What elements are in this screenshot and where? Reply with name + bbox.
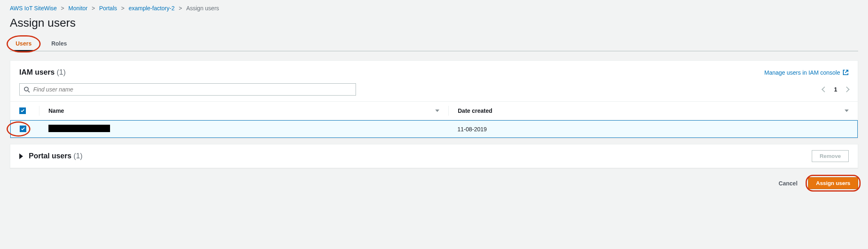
search-input-wrapper[interactable] xyxy=(19,83,356,96)
breadcrumb-link-sitewise[interactable]: AWS IoT SiteWise xyxy=(10,5,57,11)
svg-point-0 xyxy=(24,87,28,91)
link-label: Manage users in IAM console xyxy=(765,69,840,76)
cancel-button[interactable]: Cancel xyxy=(778,180,797,187)
row-select-checkbox[interactable] xyxy=(20,126,26,132)
paginator: 1 xyxy=(822,86,849,93)
page-title: Assign users xyxy=(10,16,858,30)
select-all-checkbox[interactable] xyxy=(19,107,26,114)
redacted-name xyxy=(48,125,110,132)
emphasis-ring-icon xyxy=(7,121,30,137)
breadcrumb: AWS IoT SiteWise > Monitor > Portals > e… xyxy=(10,4,858,16)
portal-users-card: Portal users (1) Remove xyxy=(10,144,858,168)
breadcrumb-link-portals[interactable]: Portals xyxy=(99,5,117,11)
table-row[interactable]: 11-08-2019 xyxy=(10,120,858,138)
page-number: 1 xyxy=(834,86,837,93)
cell-date-created: 11-08-2019 xyxy=(448,124,857,134)
search-icon xyxy=(24,87,30,93)
iam-users-card: IAM users (1) Manage users in IAM consol… xyxy=(10,60,858,138)
column-header-name[interactable]: Name xyxy=(39,106,448,116)
portal-users-toggle[interactable]: Portal users (1) xyxy=(19,152,83,160)
breadcrumb-link-monitor[interactable]: Monitor xyxy=(69,5,88,11)
chevron-right-icon: > xyxy=(61,5,64,11)
assign-users-button[interactable]: Assign users xyxy=(808,177,858,189)
table-header-row: Name Date created xyxy=(10,102,858,120)
column-header-date-created[interactable]: Date created xyxy=(448,106,858,116)
breadcrumb-link-portal-name[interactable]: example-factory-2 xyxy=(129,5,175,11)
manage-users-iam-link[interactable]: Manage users in IAM console xyxy=(765,69,849,76)
tab-users[interactable]: Users xyxy=(14,37,33,51)
page-prev-icon[interactable] xyxy=(822,87,827,92)
search-input[interactable] xyxy=(33,86,351,93)
tab-roles[interactable]: Roles xyxy=(50,37,69,51)
cell-name xyxy=(39,123,448,135)
chevron-right-icon: > xyxy=(121,5,124,11)
footer-actions: Cancel Assign users xyxy=(10,177,858,189)
breadcrumb-current: Assign users xyxy=(186,5,219,11)
sort-caret-icon xyxy=(845,110,849,112)
expand-caret-icon xyxy=(19,153,23,159)
tab-bar: Users Roles xyxy=(10,37,858,51)
external-link-icon xyxy=(843,69,849,75)
sort-caret-icon xyxy=(435,110,439,112)
portal-users-count: (1) xyxy=(73,152,83,160)
page-next-icon[interactable] xyxy=(844,87,850,92)
iam-users-title: IAM users (1) xyxy=(19,68,66,76)
chevron-right-icon: > xyxy=(92,5,95,11)
svg-line-1 xyxy=(28,91,30,92)
remove-button[interactable]: Remove xyxy=(812,150,849,162)
chevron-right-icon: > xyxy=(179,5,182,11)
portal-users-title: Portal users xyxy=(29,152,71,160)
